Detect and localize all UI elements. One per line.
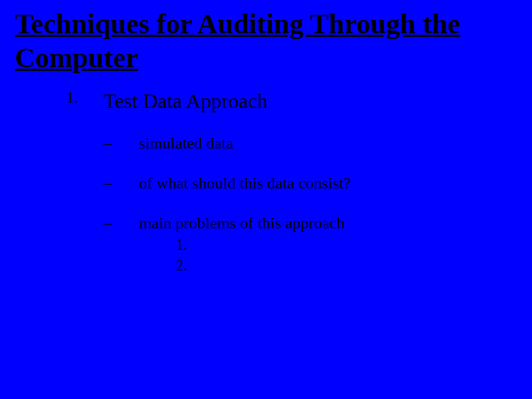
sub-item-c-text: main problems of this approach — [139, 214, 345, 233]
sub-item-a-bullet: – — [103, 134, 139, 153]
sub-item-a: – simulated data — [103, 134, 517, 153]
list-item-1-number: 1. — [66, 89, 103, 113]
sub-item-b-bullet: – — [103, 174, 139, 193]
subsub-item-2: 2. — [176, 255, 517, 276]
sub-list: – simulated data – of what should this d… — [66, 134, 517, 276]
slide-title: Techniques for Auditing Through the Comp… — [15, 7, 517, 75]
sub-item-c: – main problems of this approach — [103, 214, 517, 233]
list-item-1-label: Test Data Approach — [103, 89, 267, 113]
list-item-1: 1. Test Data Approach — [66, 89, 517, 113]
subsub-item-1: 1. — [176, 234, 517, 255]
sub-item-b-text: of what should this data consist? — [139, 174, 351, 193]
sub-item-b: – of what should this data consist? — [103, 174, 517, 193]
subsub-list: 1. 2. — [103, 234, 517, 276]
sub-item-c-bullet: – — [103, 214, 139, 233]
slide: Techniques for Auditing Through the Comp… — [0, 0, 532, 399]
sub-item-a-text: simulated data — [139, 134, 233, 153]
slide-body: 1. Test Data Approach – simulated data –… — [15, 89, 517, 276]
